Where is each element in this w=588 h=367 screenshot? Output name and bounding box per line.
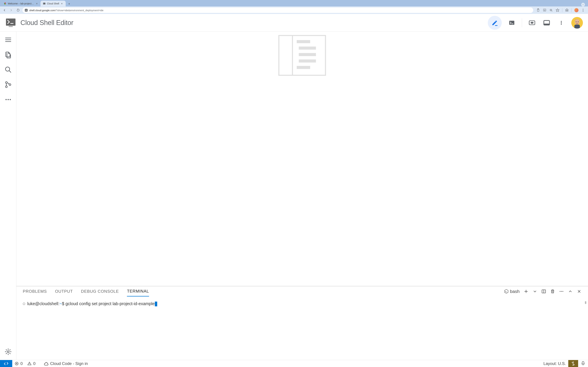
svg-point-7 bbox=[583, 11, 583, 12]
terminal-status-icon bbox=[23, 303, 25, 305]
keyboard-layout-status[interactable]: Layout: U.S. bbox=[541, 361, 568, 366]
svg-rect-9 bbox=[10, 23, 13, 24]
terminal-mode-button[interactable] bbox=[507, 18, 516, 27]
placeholder-graphic bbox=[278, 35, 326, 76]
browser-tab-0[interactable]: Welcome – lab-project-id-ex ✕ bbox=[1, 1, 41, 7]
cloud-shell-logo-icon bbox=[5, 18, 16, 28]
tab-problems[interactable]: PROBLEMS bbox=[23, 287, 47, 296]
tab-close-0[interactable]: ✕ bbox=[35, 2, 38, 5]
tab-search-dropdown[interactable] bbox=[581, 3, 585, 7]
svg-rect-0 bbox=[43, 3, 45, 5]
shell-name: bash bbox=[510, 289, 520, 294]
new-tab-button[interactable]: + bbox=[67, 1, 72, 7]
panel-tabs: PROBLEMS OUTPUT DEBUG CONSOLE TERMINAL b… bbox=[16, 286, 588, 297]
preview-button[interactable] bbox=[527, 18, 537, 27]
svg-point-17 bbox=[561, 21, 562, 22]
close-panel-button[interactable] bbox=[577, 289, 581, 294]
tab-terminal[interactable]: TERMINAL bbox=[127, 286, 149, 297]
install-app-icon[interactable] bbox=[543, 8, 546, 12]
svg-rect-8 bbox=[6, 18, 16, 26]
browser-tab-1[interactable]: Cloud Shell ✕ bbox=[41, 1, 66, 7]
tab-close-1[interactable]: ✕ bbox=[61, 2, 63, 5]
search-button[interactable] bbox=[4, 66, 12, 74]
addr-divider-2 bbox=[571, 8, 572, 12]
app-title: Cloud Shell Editor bbox=[20, 19, 73, 26]
more-terminal-button[interactable] bbox=[559, 289, 564, 294]
app-header: Cloud Shell Editor bbox=[0, 14, 588, 32]
nav-reload-button[interactable] bbox=[16, 8, 20, 13]
svg-rect-12 bbox=[509, 21, 514, 25]
svg-point-25 bbox=[5, 82, 7, 83]
svg-point-29 bbox=[8, 99, 9, 100]
profile-avatar[interactable] bbox=[571, 17, 583, 29]
explorer-button[interactable] bbox=[4, 51, 12, 59]
clipboard-icon[interactable] bbox=[536, 8, 540, 12]
svg-point-22 bbox=[576, 21, 576, 22]
more-activity-button[interactable] bbox=[4, 95, 12, 104]
terminal-cursor bbox=[155, 301, 157, 306]
svg-rect-11 bbox=[495, 25, 497, 26]
svg-point-23 bbox=[578, 21, 579, 22]
bookmark-icon[interactable] bbox=[556, 8, 559, 12]
svg-point-26 bbox=[5, 86, 7, 88]
notifications-button[interactable] bbox=[578, 361, 588, 366]
split-terminal-button[interactable] bbox=[541, 289, 546, 294]
zoom-icon[interactable] bbox=[549, 8, 553, 12]
svg-point-5 bbox=[583, 9, 583, 9]
browser-tab-bar: Welcome – lab-project-id-ex ✕ Cloud Shel… bbox=[0, 0, 588, 7]
terminal-dropdown-button[interactable] bbox=[533, 289, 537, 294]
svg-point-34 bbox=[561, 291, 562, 292]
svg-rect-16 bbox=[544, 24, 549, 25]
browser-menu-icon[interactable] bbox=[581, 8, 585, 12]
nav-back-button[interactable] bbox=[2, 8, 7, 13]
kill-terminal-button[interactable] bbox=[550, 289, 555, 294]
warnings-status[interactable]: 0 bbox=[25, 361, 38, 366]
source-control-button[interactable] bbox=[4, 81, 12, 89]
browser-profile-avatar[interactable] bbox=[574, 8, 579, 12]
editor-area: PROBLEMS OUTPUT DEBUG CONSOLE TERMINAL b… bbox=[16, 32, 588, 360]
tab-output[interactable]: OUTPUT bbox=[55, 287, 73, 296]
extensions-icon[interactable] bbox=[565, 8, 569, 12]
svg-point-6 bbox=[583, 10, 583, 10]
more-menu-button[interactable] bbox=[557, 18, 566, 27]
url-text: shell.cloud.google.com/?show=ide&environ… bbox=[29, 9, 531, 12]
tab-favicon-shell-icon bbox=[43, 2, 46, 5]
tab-title-0: Welcome – lab-project-id-ex bbox=[8, 2, 34, 5]
browser-address-bar: ⊟ shell.cloud.google.com/?show=ide&envir… bbox=[0, 7, 588, 14]
terminal-panel: PROBLEMS OUTPUT DEBUG CONSOLE TERMINAL b… bbox=[16, 286, 588, 360]
cloud-code-status[interactable]: Cloud Code - Sign in bbox=[41, 361, 90, 366]
tab-title-1: Cloud Shell bbox=[47, 2, 59, 5]
tab-favicon-gcp-icon bbox=[4, 2, 7, 5]
editor-mode-button[interactable] bbox=[488, 16, 502, 30]
terminal-scrollbar[interactable] bbox=[585, 301, 586, 304]
main-container: PROBLEMS OUTPUT DEBUG CONSOLE TERMINAL b… bbox=[0, 32, 588, 360]
errors-status[interactable]: 0 bbox=[12, 361, 25, 366]
svg-point-18 bbox=[561, 22, 562, 23]
status-bar: 0 0 Cloud Code - Sign in Layout: U.S. bbox=[0, 360, 588, 367]
settings-button[interactable] bbox=[4, 348, 12, 356]
site-info-icon[interactable]: ⊟ bbox=[25, 9, 27, 12]
svg-point-30 bbox=[9, 99, 11, 100]
svg-point-28 bbox=[5, 99, 7, 100]
sync-status[interactable] bbox=[568, 360, 578, 367]
nav-forward-button[interactable] bbox=[9, 8, 14, 13]
svg-point-31 bbox=[7, 351, 9, 353]
terminal-body[interactable]: luke@cloudshell:~$ gcloud config set pro… bbox=[16, 297, 588, 360]
svg-point-19 bbox=[561, 24, 562, 25]
svg-rect-10 bbox=[9, 26, 13, 27]
tab-debug-console[interactable]: DEBUG CONSOLE bbox=[81, 287, 119, 296]
menu-button[interactable] bbox=[4, 36, 12, 44]
terminal-prompt: luke@cloudshell:~$ gcloud config set pro… bbox=[27, 301, 157, 306]
svg-point-35 bbox=[562, 291, 563, 292]
activity-bar bbox=[0, 32, 16, 360]
shell-selector[interactable]: bash bbox=[504, 289, 520, 294]
new-terminal-button[interactable] bbox=[524, 289, 528, 294]
maximize-panel-button[interactable] bbox=[568, 289, 573, 294]
editor-placeholder bbox=[16, 32, 588, 286]
svg-point-33 bbox=[560, 291, 561, 292]
remote-button[interactable] bbox=[0, 360, 12, 367]
open-window-button[interactable] bbox=[542, 18, 551, 27]
url-input[interactable]: ⊟ shell.cloud.google.com/?show=ide&envir… bbox=[22, 8, 533, 13]
